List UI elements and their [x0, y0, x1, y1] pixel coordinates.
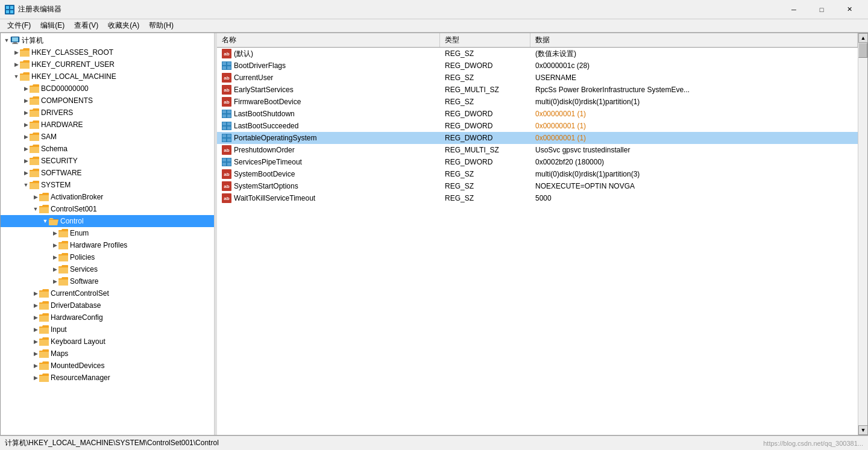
table-row[interactable]: PortableOperatingSystem REG_DWORD 0x0000…: [217, 132, 858, 144]
table-row[interactable]: ab WaitToKillServiceTimeout REG_SZ 5000: [217, 192, 858, 204]
tree-node-hkcr[interactable]: HKEY_CLASSES_ROOT: [1, 46, 214, 58]
cell-data: NOEXECUTE=OPTIN NOVGA: [530, 181, 858, 191]
menu-favorites[interactable]: 收藏夹(A): [103, 19, 144, 32]
table-row[interactable]: ab EarlyStartServices REG_MULTI_SZ RpcSs…: [217, 84, 858, 96]
control-label: Control: [60, 217, 84, 225]
svg-rect-18: [227, 114, 231, 117]
svg-rect-3: [6, 10, 9, 13]
menu-edit[interactable]: 编辑(E): [36, 19, 69, 32]
folder-mounteddevices-icon: [39, 361, 49, 370]
hkcr-label: HKEY_CLASSES_ROOT: [31, 48, 113, 57]
svg-rect-20: [222, 122, 226, 125]
tree-node-schema[interactable]: Schema: [1, 143, 214, 155]
table-row[interactable]: ab CurrentUser REG_SZ USERNAME: [217, 72, 858, 84]
row-name: BootDriverFlags: [234, 61, 286, 70]
cell-data: 5000: [530, 193, 858, 203]
chevron-mounteddevices: [32, 362, 39, 369]
table-row[interactable]: ab (默认) REG_SZ (数值未设置): [217, 48, 858, 60]
chevron-bcd: [22, 85, 30, 92]
tree-node-control[interactable]: Control: [1, 215, 214, 227]
cell-name: ab WaitToKillServiceTimeout: [217, 193, 440, 204]
software-sub-label: Software: [70, 277, 98, 286]
folder-services-icon: [58, 265, 68, 273]
tree-node-ccs[interactable]: CurrentControlSet: [1, 287, 214, 299]
tree-node-hkcu[interactable]: HKEY_CURRENT_USER: [1, 58, 214, 70]
folder-software-sub-icon: [58, 277, 68, 286]
cell-name: ab FirmwareBootDevice: [217, 96, 440, 107]
tree-node-components[interactable]: COMPONENTS: [1, 95, 214, 107]
tree-node-sam[interactable]: SAM: [1, 131, 214, 143]
dword-icon: [222, 110, 231, 118]
col-header-data[interactable]: 数据: [530, 33, 858, 47]
tree-node-drivers[interactable]: DRIVERS: [1, 107, 214, 119]
col-header-name[interactable]: 名称: [217, 33, 440, 47]
ab-icon: ab: [222, 145, 231, 155]
scroll-up-btn[interactable]: ▲: [858, 33, 868, 43]
table-row[interactable]: ab FirmwareBootDevice REG_SZ multi(0)dis…: [217, 96, 858, 108]
reg-rows-container: ab (默认) REG_SZ (数值未设置) BootDriverFlag: [217, 48, 858, 435]
chevron-software-sub: [51, 278, 58, 285]
tree-node-ccs001[interactable]: ControlSet001: [1, 203, 214, 215]
table-row[interactable]: ab SystemStartOptions REG_SZ NOEXECUTE=O…: [217, 180, 858, 192]
ab-icon: ab: [222, 169, 231, 179]
minimize-button[interactable]: ─: [780, 0, 808, 19]
tree-node-policies[interactable]: Policies: [1, 251, 214, 263]
folder-actbroker-icon: [39, 193, 49, 201]
title-bar: 注册表编辑器 ─ □ ✕: [0, 0, 868, 19]
row-name: WaitToKillServiceTimeout: [234, 194, 315, 202]
maximize-button[interactable]: □: [808, 0, 835, 19]
cell-type: REG_DWORD: [440, 157, 530, 167]
table-row[interactable]: ab SystemBootDevice REG_SZ multi(0)disk(…: [217, 168, 858, 180]
svg-rect-21: [227, 122, 231, 125]
table-row[interactable]: LastBootShutdown REG_DWORD 0x00000001 (1…: [217, 108, 858, 120]
menu-view[interactable]: 查看(V): [69, 19, 103, 32]
chevron-services: [51, 266, 58, 273]
close-button[interactable]: ✕: [835, 0, 863, 19]
table-row[interactable]: LastBootSucceeded REG_DWORD 0x00000001 (…: [217, 120, 858, 132]
tree-node-security[interactable]: SECURITY: [1, 155, 214, 167]
tree-node-actbroker[interactable]: ActivationBroker: [1, 191, 214, 203]
tree-node-hardware[interactable]: HARDWARE: [1, 119, 214, 131]
row-name: FirmwareBootDevice: [234, 98, 301, 106]
tree-node-hwprofiles[interactable]: Hardware Profiles: [1, 239, 214, 251]
cell-data: 0x0002bf20 (180000): [530, 157, 858, 167]
tree-node-software-sub[interactable]: Software: [1, 275, 214, 287]
tree-node-maps[interactable]: Maps: [1, 348, 214, 360]
table-row[interactable]: ab PreshutdownOrder REG_MULTI_SZ UsoSvc …: [217, 144, 858, 156]
tree-node-system[interactable]: SYSTEM: [1, 179, 214, 191]
col-header-type[interactable]: 类型: [440, 33, 530, 47]
table-row[interactable]: BootDriverFlags REG_DWORD 0x0000001c (28…: [217, 60, 858, 72]
tree-node-kblayout[interactable]: Keyboard Layout: [1, 336, 214, 348]
chevron-hwconfig: [32, 314, 39, 321]
menu-help[interactable]: 帮助(H): [144, 19, 178, 32]
kblayout-label: Keyboard Layout: [51, 337, 105, 346]
tree-node-resourcemgr[interactable]: ResourceManager: [1, 372, 214, 384]
tree-node-services[interactable]: Services: [1, 263, 214, 275]
tree-node-hwconfig[interactable]: HardwareConfig: [1, 311, 214, 323]
security-label: SECURITY: [41, 157, 78, 165]
schema-label: Schema: [41, 145, 68, 153]
scroll-down-btn[interactable]: ▼: [858, 425, 868, 435]
table-row[interactable]: ServicesPipeTimeout REG_DWORD 0x0002bf20…: [217, 156, 858, 168]
tree-node-bcd[interactable]: BCD00000000: [1, 83, 214, 95]
chevron-policies: [51, 254, 58, 261]
window-title: 注册表编辑器: [18, 4, 780, 14]
menu-file[interactable]: 文件(F): [2, 19, 36, 32]
scroll-thumb[interactable]: [858, 43, 867, 58]
tree-node-input[interactable]: Input: [1, 323, 214, 336]
chevron-resourcemgr: [32, 374, 39, 381]
chevron-control: [42, 217, 49, 225]
tree-node-software[interactable]: SOFTWARE: [1, 167, 214, 179]
tree-node-hklm[interactable]: HKEY_LOCAL_MACHINE: [1, 70, 214, 83]
svg-rect-13: [227, 66, 231, 69]
svg-rect-30: [222, 158, 226, 161]
folder-hkcr-icon: [20, 48, 30, 57]
tree-node-driverdb[interactable]: DriverDatabase: [1, 299, 214, 311]
row-name: PortableOperatingSystem: [234, 134, 316, 142]
row-name: EarlyStartServices: [234, 86, 294, 94]
tree-node-computer[interactable]: 计算机: [1, 34, 214, 46]
right-scrollbar[interactable]: ▲ ▼: [858, 33, 867, 435]
tree-node-enum[interactable]: Enum: [1, 227, 214, 239]
tree-node-mounteddevices[interactable]: MountedDevices: [1, 360, 214, 372]
regedit-icon: [5, 5, 14, 14]
